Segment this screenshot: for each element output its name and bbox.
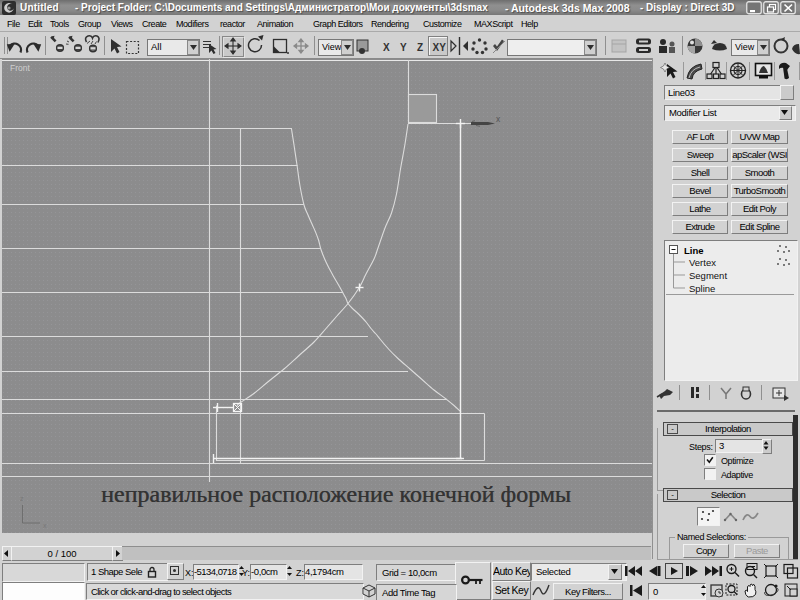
svg-text:Front: Front — [10, 63, 30, 73]
svg-text:Spline: Spline — [689, 283, 715, 294]
svg-text:View: View — [735, 42, 755, 52]
svg-text:XY: XY — [433, 42, 447, 53]
svg-text:z: z — [20, 495, 24, 502]
svg-text:Y: Y — [400, 42, 407, 53]
svg-text:x: x — [43, 522, 47, 529]
svg-text:X: X — [383, 42, 390, 53]
svg-text:Line: Line — [684, 245, 704, 256]
svg-text:View: View — [322, 42, 342, 52]
svg-text:Segment: Segment — [689, 270, 727, 281]
svg-text:All: All — [151, 41, 162, 52]
svg-text:Vertex: Vertex — [689, 257, 716, 268]
svg-text:Z: Z — [417, 42, 423, 53]
